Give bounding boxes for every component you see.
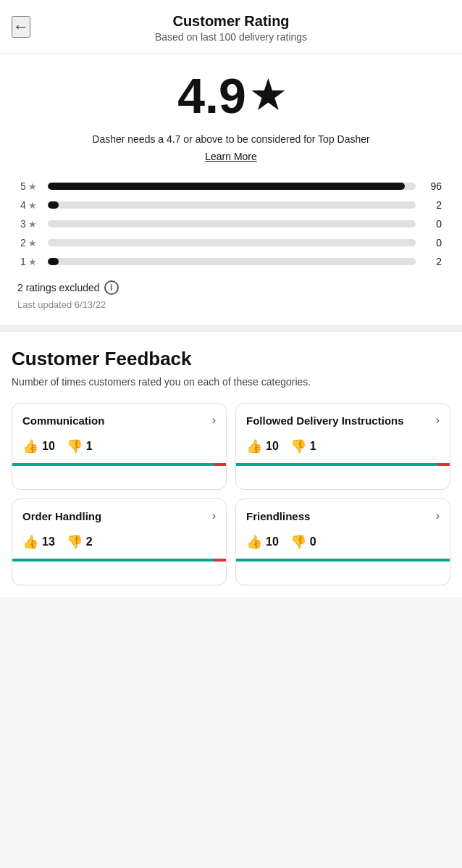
bar-count-4: 2	[421, 199, 442, 211]
rating-value: 4.9	[177, 71, 246, 120]
feedback-subtitle: Number of times customers rated you on e…	[12, 375, 450, 390]
star-icon-5: ★	[28, 181, 37, 192]
thumbs-up-icon-friendliness: 👍	[246, 534, 262, 550]
chevron-icon-delivery-instructions: ›	[436, 414, 440, 427]
thumbs-down-count-communication: 1	[86, 440, 93, 453]
info-icon[interactable]: i	[104, 280, 119, 295]
chevron-icon-order-handling: ›	[212, 509, 216, 522]
card-header-delivery-instructions: Followed Delivery Instructions ›	[246, 414, 440, 428]
star-bars: 5 ★ 96 4 ★ 2 3 ★	[17, 180, 445, 267]
card-accent-communication	[12, 463, 226, 466]
star-row-4: 4 ★ 2	[20, 199, 442, 211]
thumbs-up-count-friendliness: 10	[266, 535, 279, 548]
card-stats-delivery-instructions: 👍 10 👎 1	[246, 438, 440, 463]
thumbs-down-stat-order-handling: 👎 2	[67, 534, 93, 550]
card-accent-order-handling	[12, 559, 226, 562]
bar-track-3	[48, 220, 416, 228]
feedback-title: Customer Feedback	[12, 348, 450, 370]
bar-count-1: 2	[421, 256, 442, 267]
last-updated: Last updated 6/13/22	[17, 299, 445, 310]
star-label-4: 4 ★	[20, 199, 42, 211]
star-icon-1: ★	[28, 256, 37, 267]
thumbs-up-count-communication: 10	[42, 440, 55, 453]
section-divider	[0, 325, 462, 332]
bar-track-1	[48, 258, 416, 265]
back-button[interactable]: ←	[12, 16, 30, 38]
star-label-5: 5 ★	[20, 180, 42, 192]
thumbs-up-stat-delivery-instructions: 👍 10	[246, 438, 279, 454]
card-accent-delivery-instructions	[236, 463, 450, 466]
big-rating: 4.9 ★	[17, 71, 445, 120]
card-stats-communication: 👍 10 👎 1	[22, 438, 216, 463]
thumbs-down-stat-friendliness: 👎 0	[290, 534, 316, 550]
learn-more-container: Learn More	[17, 150, 445, 163]
thumbs-up-icon-communication: 👍	[22, 438, 38, 454]
thumbs-down-count-friendliness: 0	[310, 535, 316, 548]
ratings-excluded-text: 2 ratings excluded	[17, 282, 100, 293]
bar-fill-1	[48, 258, 59, 265]
feedback-grid: Communication › 👍 10 👎 1 Follo	[12, 403, 450, 585]
thumbs-up-count-delivery-instructions: 10	[266, 440, 279, 453]
card-stats-friendliness: 👍 10 👎 0	[246, 534, 440, 559]
card-header-order-handling: Order Handling ›	[22, 509, 216, 524]
star-icon-2: ★	[28, 238, 37, 249]
header: ← Customer Rating Based on last 100 deli…	[0, 0, 462, 54]
bar-fill-4	[48, 201, 59, 209]
bar-count-2: 0	[421, 237, 442, 249]
star-row-5: 5 ★ 96	[20, 180, 442, 192]
star-row-3: 3 ★ 0	[20, 218, 442, 230]
feedback-card-delivery-instructions[interactable]: Followed Delivery Instructions › 👍 10 👎 …	[235, 403, 450, 490]
rating-note: Dasher needs a 4.7 or above to be consid…	[17, 132, 445, 147]
star-row-1: 1 ★ 2	[20, 256, 442, 267]
thumbs-up-stat-communication: 👍 10	[22, 438, 55, 454]
feedback-section: Customer Feedback Number of times custom…	[0, 332, 462, 597]
thumbs-down-stat-communication: 👎 1	[67, 438, 93, 454]
star-label-3: 3 ★	[20, 218, 42, 230]
star-icon-4: ★	[28, 200, 37, 211]
thumbs-up-stat-friendliness: 👍 10	[246, 534, 279, 550]
star-row-2: 2 ★ 0	[20, 237, 442, 249]
star-label-1: 1 ★	[20, 256, 42, 267]
page-title: Customer Rating	[12, 13, 450, 30]
star-label-2: 2 ★	[20, 237, 42, 249]
feedback-card-order-handling[interactable]: Order Handling › 👍 13 👎 2	[12, 498, 227, 585]
bar-count-3: 0	[421, 218, 442, 230]
bar-count-5: 96	[421, 180, 442, 192]
thumbs-down-icon-delivery-instructions: 👎	[290, 438, 306, 454]
thumbs-up-icon-delivery-instructions: 👍	[246, 438, 262, 454]
card-title-friendliness: Friendliness	[246, 509, 432, 524]
chevron-icon-communication: ›	[212, 414, 216, 427]
bar-track-2	[48, 239, 416, 246]
thumbs-down-count-delivery-instructions: 1	[310, 440, 316, 453]
thumbs-up-count-order-handling: 13	[42, 535, 55, 548]
thumbs-down-count-order-handling: 2	[86, 535, 93, 548]
thumbs-down-stat-delivery-instructions: 👎 1	[290, 438, 316, 454]
rating-star: ★	[251, 77, 285, 114]
star-icon-3: ★	[28, 219, 37, 230]
thumbs-up-stat-order-handling: 👍 13	[22, 534, 55, 550]
ratings-excluded-row: 2 ratings excluded i	[17, 280, 445, 295]
bar-track-4	[48, 201, 416, 209]
rating-section: 4.9 ★ Dasher needs a 4.7 or above to be …	[0, 54, 462, 325]
card-header-communication: Communication ›	[22, 414, 216, 428]
card-stats-order-handling: 👍 13 👎 2	[22, 534, 216, 559]
chevron-icon-friendliness: ›	[436, 509, 440, 522]
bar-fill-5	[48, 183, 405, 190]
header-subtitle: Based on last 100 delivery ratings	[12, 31, 450, 43]
feedback-card-communication[interactable]: Communication › 👍 10 👎 1	[12, 403, 227, 490]
thumbs-down-icon-friendliness: 👎	[290, 534, 306, 550]
card-title-order-handling: Order Handling	[22, 509, 208, 524]
thumbs-down-icon-order-handling: 👎	[67, 534, 83, 550]
card-title-delivery-instructions: Followed Delivery Instructions	[246, 414, 432, 428]
card-header-friendliness: Friendliness ›	[246, 509, 440, 524]
thumbs-up-icon-order-handling: 👍	[22, 534, 38, 550]
card-title-communication: Communication	[22, 414, 208, 428]
card-accent-friendliness	[236, 559, 450, 562]
thumbs-down-icon-communication: 👎	[67, 438, 83, 454]
feedback-card-friendliness[interactable]: Friendliness › 👍 10 👎 0	[235, 498, 450, 585]
bar-track-5	[48, 183, 416, 190]
learn-more-link[interactable]: Learn More	[205, 151, 257, 162]
